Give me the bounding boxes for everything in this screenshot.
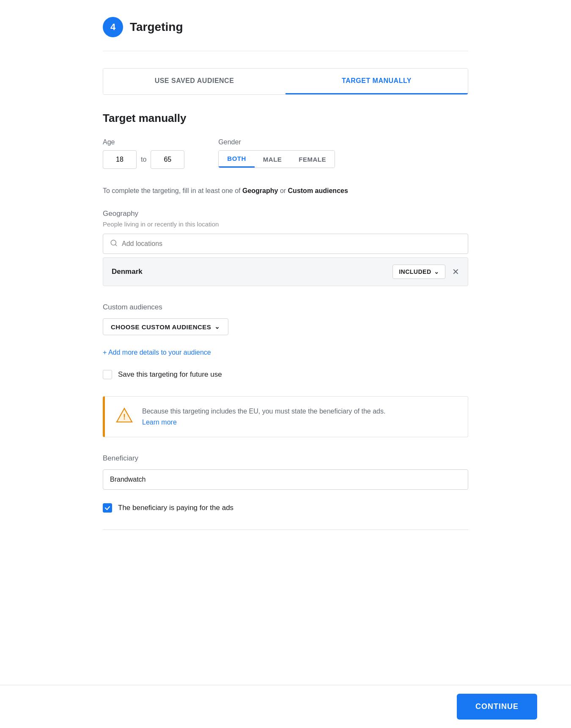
location-row: Denmark INCLUDED ⌄ ✕ <box>103 257 468 286</box>
gender-btn-female[interactable]: FEMALE <box>290 151 335 168</box>
choose-custom-audiences-label: CHOOSE CUSTOM AUDIENCES <box>111 323 211 331</box>
geography-section: Geography People living in or recently i… <box>103 210 468 286</box>
included-button[interactable]: INCLUDED ⌄ <box>393 265 445 279</box>
beneficiary-input[interactable] <box>103 469 468 490</box>
paying-checkbox[interactable] <box>103 503 112 513</box>
gender-label: Gender <box>218 138 335 146</box>
remove-location-button[interactable]: ✕ <box>452 267 459 276</box>
continue-button[interactable]: CONTINUE <box>457 694 537 720</box>
location-name: Denmark <box>112 267 143 276</box>
choose-custom-audiences-button[interactable]: CHOOSE CUSTOM AUDIENCES ⌄ <box>103 318 228 335</box>
beneficiary-section: Beneficiary <box>103 454 468 490</box>
included-label: INCLUDED <box>399 268 431 275</box>
chevron-down-icon: ⌄ <box>434 268 439 275</box>
save-targeting-row: Save this targeting for future use <box>103 370 468 379</box>
section-title: Target manually <box>103 112 468 125</box>
paying-label: The beneficiary is paying for the ads <box>118 504 233 512</box>
search-icon <box>110 239 118 249</box>
tab-saved-audience[interactable]: USE SAVED AUDIENCE <box>103 69 286 94</box>
page-title: Targeting <box>130 20 183 34</box>
svg-line-1 <box>115 244 116 245</box>
checkmark-icon <box>104 505 110 511</box>
bottom-divider <box>103 529 468 530</box>
age-min-input[interactable] <box>103 150 137 169</box>
age-to-label: to <box>141 156 146 163</box>
targeting-row: Age to Gender BOTH MALE FEMALE <box>103 138 468 169</box>
location-search-input[interactable] <box>122 240 461 248</box>
age-inputs: to <box>103 150 184 169</box>
info-text: To complete the targeting, fill in at le… <box>103 186 468 196</box>
chevron-down-icon: ⌄ <box>214 323 220 331</box>
gender-btn-both[interactable]: BOTH <box>219 151 255 168</box>
save-targeting-label: Save this targeting for future use <box>118 370 222 379</box>
custom-audiences-label: Custom audiences <box>103 303 468 312</box>
footer-bar: CONTINUE <box>0 685 571 728</box>
custom-audiences-section: Custom audiences CHOOSE CUSTOM AUDIENCES… <box>103 303 468 335</box>
tab-target-manually[interactable]: TARGET MANUALLY <box>286 69 468 94</box>
gender-group: Gender BOTH MALE FEMALE <box>218 138 335 168</box>
geography-label: Geography <box>103 210 468 218</box>
warning-box: ! Because this targeting includes the EU… <box>103 396 468 437</box>
beneficiary-label: Beneficiary <box>103 454 468 463</box>
tabs-container: USE SAVED AUDIENCE TARGET MANUALLY <box>103 68 468 95</box>
paying-row: The beneficiary is paying for the ads <box>103 503 468 513</box>
gender-btn-male[interactable]: MALE <box>255 151 291 168</box>
location-search-container[interactable] <box>103 234 468 254</box>
header-divider <box>103 51 468 51</box>
page-header: 4 Targeting <box>103 17 468 37</box>
location-actions: INCLUDED ⌄ ✕ <box>393 265 459 279</box>
learn-more-link[interactable]: Learn more <box>142 419 177 426</box>
gender-buttons: BOTH MALE FEMALE <box>218 150 335 168</box>
step-badge: 4 <box>103 17 123 37</box>
warning-icon: ! <box>115 406 134 426</box>
age-label: Age <box>103 138 184 146</box>
geography-sublabel: People living in or recently in this loc… <box>103 221 468 228</box>
save-targeting-checkbox[interactable] <box>103 370 112 379</box>
age-group: Age to <box>103 138 184 169</box>
svg-text:!: ! <box>123 413 126 421</box>
add-details-link[interactable]: + Add more details to your audience <box>103 349 468 356</box>
age-max-input[interactable] <box>151 150 184 169</box>
warning-text: Because this targeting includes the EU, … <box>142 406 385 427</box>
